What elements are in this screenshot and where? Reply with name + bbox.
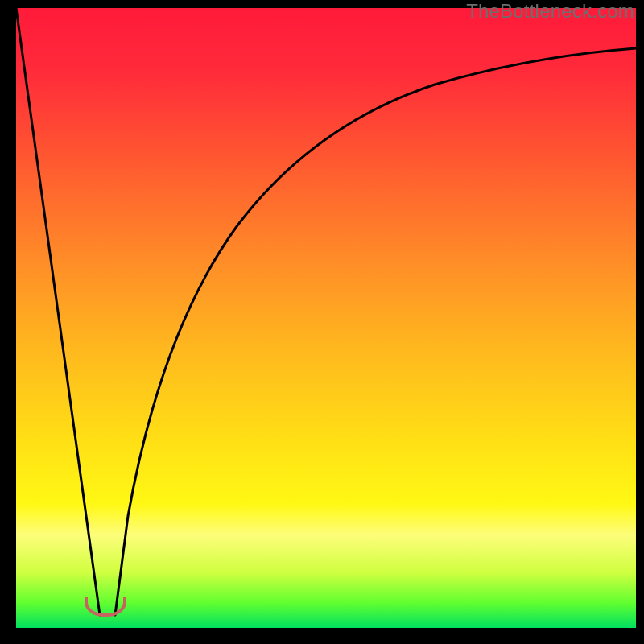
watermark-text: TheBottleneck.com bbox=[466, 0, 634, 23]
curve-right-branch bbox=[115, 48, 636, 615]
chart-container: TheBottleneck.com bbox=[0, 0, 644, 644]
curve-left-branch bbox=[16, 8, 100, 615]
curve-layer bbox=[16, 8, 636, 628]
